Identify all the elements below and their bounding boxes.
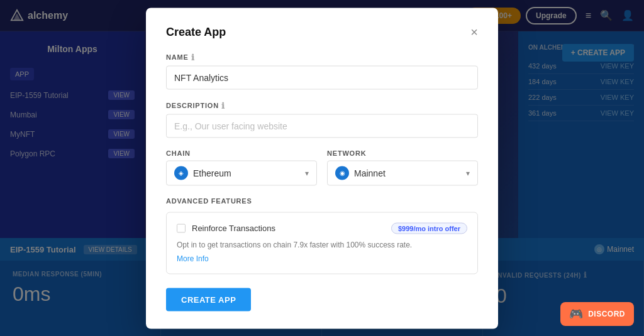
description-info-icon[interactable]: ℹ bbox=[221, 100, 225, 110]
reinforce-checkbox[interactable] bbox=[177, 224, 186, 232]
network-value: Mainnet bbox=[354, 168, 466, 178]
feature-badge: $999/mo intro offer bbox=[391, 222, 467, 234]
discord-label: DISCORD bbox=[588, 310, 625, 318]
feature-label: Reinforce Transactions bbox=[192, 224, 275, 233]
mainnet-select-icon: ◉ bbox=[335, 166, 349, 180]
chain-field-group: CHAIN ◈ Ethereum ▾ bbox=[166, 149, 317, 185]
name-info-icon[interactable]: ℹ bbox=[191, 52, 195, 62]
chain-network-row: CHAIN ◈ Ethereum ▾ NETWORK ◉ Mainnet ▾ bbox=[166, 149, 478, 185]
description-label: DESCRIPTION ℹ bbox=[166, 100, 478, 110]
chain-chevron-down-icon: ▾ bbox=[305, 168, 309, 177]
description-input[interactable] bbox=[166, 114, 478, 138]
name-input[interactable] bbox=[166, 65, 478, 89]
reinforce-transactions-row: Reinforce Transactions $999/mo intro off… bbox=[177, 222, 467, 234]
name-field-group: NAME ℹ bbox=[166, 52, 478, 89]
chain-select[interactable]: ◈ Ethereum ▾ bbox=[166, 160, 317, 185]
discord-button[interactable]: 🎮 DISCORD bbox=[560, 302, 634, 326]
network-label: NETWORK bbox=[327, 149, 478, 156]
modal-close-button[interactable]: × bbox=[470, 26, 478, 38]
modal-title: Create App bbox=[166, 25, 226, 38]
feature-description: Opt in to get transactions on chain 7.9x… bbox=[177, 239, 467, 250]
modal-header: Create App × bbox=[166, 25, 478, 38]
name-label: NAME ℹ bbox=[166, 52, 478, 62]
description-field-group: DESCRIPTION ℹ bbox=[166, 100, 478, 138]
chain-label: CHAIN bbox=[166, 149, 317, 156]
network-select[interactable]: ◉ Mainnet ▾ bbox=[327, 160, 478, 185]
network-chevron-down-icon: ▾ bbox=[466, 168, 470, 177]
ethereum-icon: ◈ bbox=[174, 166, 188, 180]
advanced-features-box: Reinforce Transactions $999/mo intro off… bbox=[166, 212, 478, 274]
network-field-group: NETWORK ◉ Mainnet ▾ bbox=[327, 149, 478, 185]
create-app-button[interactable]: CREATE APP bbox=[166, 288, 251, 311]
more-info-link[interactable]: More Info bbox=[177, 254, 209, 263]
discord-icon: 🎮 bbox=[569, 307, 584, 321]
chain-value: Ethereum bbox=[193, 168, 305, 178]
modal-footer: CREATE APP bbox=[166, 288, 478, 311]
advanced-features-label: ADVANCED FEATURES bbox=[166, 197, 478, 204]
create-app-modal: Create App × NAME ℹ DESCRIPTION ℹ CHAIN … bbox=[146, 8, 498, 328]
